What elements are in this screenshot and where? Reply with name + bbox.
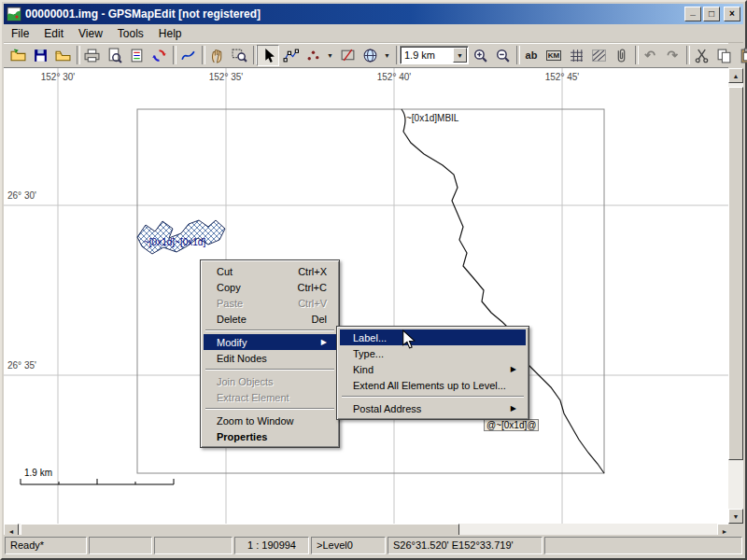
menu-item-properties[interactable]: Properties bbox=[204, 428, 336, 444]
menu-edit[interactable]: Edit bbox=[36, 25, 71, 42]
undo-icon: ↶ bbox=[644, 48, 655, 63]
select-arrow-icon bbox=[261, 48, 276, 63]
export-image-button[interactable] bbox=[125, 45, 148, 66]
open-button[interactable] bbox=[7, 45, 29, 66]
menu-tools[interactable]: Tools bbox=[110, 25, 151, 42]
close-button[interactable]: × bbox=[724, 7, 740, 21]
points-tool-dropdown[interactable]: ▼ bbox=[324, 45, 336, 66]
projection-tool-dropdown[interactable]: ▼ bbox=[381, 45, 393, 66]
points-tool-button[interactable] bbox=[302, 45, 324, 66]
menu-item-delete[interactable]: DeleteDel bbox=[204, 311, 336, 327]
km-icon: KM bbox=[546, 50, 561, 61]
labels-toggle-button[interactable]: ab bbox=[520, 45, 543, 66]
mouse-cursor bbox=[402, 329, 416, 350]
convert-arrows-icon bbox=[151, 48, 167, 63]
menu-item-label: Properties bbox=[217, 431, 267, 442]
menu-item-extract-element[interactable]: Extract Element bbox=[204, 389, 336, 405]
print-button[interactable] bbox=[80, 45, 103, 66]
grid-icon bbox=[569, 48, 585, 63]
scale-bar-label: 1.9 km bbox=[24, 468, 52, 478]
copy-button[interactable] bbox=[712, 45, 735, 66]
menu-item-zoom-to-window[interactable]: Zoom to Window bbox=[204, 413, 336, 428]
menu-separator bbox=[205, 369, 334, 371]
polyline-icon bbox=[283, 48, 299, 63]
undo-button[interactable]: ↶ bbox=[639, 45, 661, 66]
toolbar-separator bbox=[514, 45, 520, 65]
submenu-item-extend-all[interactable]: Extend All Elements up to Level... bbox=[340, 377, 526, 393]
pen-squiggle-icon bbox=[180, 48, 196, 63]
menu-view[interactable]: View bbox=[71, 25, 110, 42]
status-panel bbox=[89, 537, 152, 554]
menu-item-label: Join Objects bbox=[217, 376, 274, 387]
scale-combo-dropdown[interactable]: ▼ bbox=[453, 48, 467, 63]
menu-item-label: Edit Nodes bbox=[217, 353, 267, 364]
toolbar-separator bbox=[250, 45, 257, 65]
submenu-item-label[interactable]: Label... bbox=[340, 329, 526, 345]
submenu-item-type[interactable]: Type... bbox=[340, 345, 526, 361]
lat-label: 26° 35' bbox=[7, 360, 36, 371]
submenu-arrow-icon: ▶ bbox=[511, 365, 516, 373]
draw-button[interactable] bbox=[176, 45, 199, 66]
maximize-button[interactable]: □ bbox=[703, 7, 720, 21]
km-toggle-button[interactable]: KM bbox=[543, 45, 565, 66]
cut-button[interactable] bbox=[690, 45, 712, 66]
title-bar[interactable]: 00000001.img - GPSMapEdit [not registere… bbox=[4, 4, 743, 24]
menu-help[interactable]: Help bbox=[151, 25, 190, 42]
submenu-item-postal-address[interactable]: Postal Address▶ bbox=[340, 400, 526, 416]
menu-item-label: Extract Element bbox=[217, 392, 289, 403]
zoom-out-button[interactable] bbox=[491, 45, 514, 66]
vertical-scroll-thumb[interactable] bbox=[728, 87, 743, 460]
redo-button[interactable]: ↷ bbox=[661, 45, 684, 66]
menu-item-modify[interactable]: Modify▶ bbox=[204, 334, 336, 350]
select-tool-button[interactable] bbox=[257, 45, 279, 66]
menu-item-label: Extend All Elements up to Level... bbox=[353, 380, 506, 391]
print-preview-button[interactable] bbox=[103, 45, 125, 66]
scroll-up-button[interactable]: ▲ bbox=[728, 68, 743, 83]
menu-item-label: Delete bbox=[217, 314, 247, 325]
attach-button[interactable] bbox=[610, 45, 632, 66]
save-button[interactable] bbox=[29, 45, 51, 66]
context-menu: CutCtrl+X CopyCtrl+C PasteCtrl+V DeleteD… bbox=[200, 259, 340, 448]
scale-combo[interactable]: 1.9 km ▼ bbox=[400, 46, 469, 64]
projection-tool-button[interactable] bbox=[359, 45, 381, 66]
labels-ab-icon: ab bbox=[526, 49, 538, 61]
scale-bar-ruler bbox=[21, 479, 174, 484]
vertical-scrollbar[interactable]: ▲ ▼ bbox=[728, 68, 743, 524]
zoom-in-button[interactable] bbox=[469, 45, 491, 66]
menu-item-join-objects[interactable]: Join Objects bbox=[204, 373, 336, 389]
menu-item-edit-nodes[interactable]: Edit Nodes bbox=[204, 350, 336, 366]
hand-icon bbox=[209, 48, 225, 63]
toolbar-separator bbox=[74, 45, 80, 65]
submenu-item-kind[interactable]: Kind▶ bbox=[340, 361, 526, 377]
hatch-toggle-button[interactable] bbox=[587, 45, 610, 66]
pan-tool-button[interactable] bbox=[205, 45, 228, 66]
menu-item-shortcut: Del bbox=[289, 314, 327, 325]
cut-object-tool-button[interactable] bbox=[336, 45, 359, 66]
zoom-select-tool-button[interactable] bbox=[228, 45, 250, 66]
paste-button[interactable] bbox=[735, 45, 747, 66]
menu-item-paste[interactable]: PasteCtrl+V bbox=[204, 295, 336, 311]
graticule bbox=[4, 68, 732, 524]
menu-separator bbox=[342, 396, 524, 398]
map-canvas[interactable]: 152° 30' 152° 35' 152° 40' 152° 45' 26° … bbox=[4, 68, 732, 524]
scroll-down-button[interactable]: ▼ bbox=[728, 509, 743, 524]
minimize-button[interactable]: _ bbox=[684, 7, 701, 21]
convert-button[interactable] bbox=[148, 45, 170, 66]
grid-toggle-button[interactable] bbox=[565, 45, 587, 66]
menu-item-label: Postal Address bbox=[353, 403, 421, 414]
menu-separator bbox=[205, 329, 334, 331]
menu-item-label: Type... bbox=[353, 348, 384, 359]
menu-file[interactable]: File bbox=[4, 25, 36, 42]
polyline-tool-button[interactable] bbox=[279, 45, 302, 66]
map-drawing bbox=[4, 68, 732, 524]
menu-item-copy[interactable]: CopyCtrl+C bbox=[204, 279, 336, 295]
status-ready: Ready* bbox=[5, 537, 87, 554]
zoom-in-icon bbox=[472, 48, 488, 63]
close-map-button[interactable] bbox=[51, 45, 74, 66]
paste-icon bbox=[739, 48, 747, 63]
open-folder-icon bbox=[10, 48, 26, 63]
modify-submenu: Label... Type... Kind▶ Extend All Elemen… bbox=[336, 326, 529, 420]
dropdown-arrow-icon: ▼ bbox=[327, 52, 333, 59]
menu-item-label: Label... bbox=[353, 332, 387, 343]
menu-item-cut[interactable]: CutCtrl+X bbox=[204, 263, 336, 279]
